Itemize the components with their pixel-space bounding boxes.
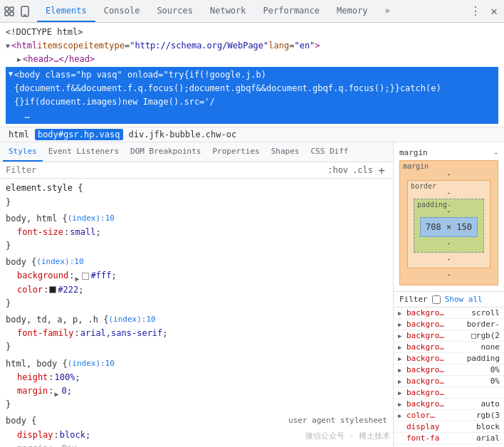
box-model-minus: - [493, 148, 498, 157]
box-model-title: margin - [399, 148, 498, 157]
tab-elements[interactable]: Elements [37, 0, 95, 22]
tab-more[interactable]: » [376, 0, 398, 22]
rule-source-1[interactable]: (index):10 [68, 212, 115, 226]
margin-top[interactable]: - [406, 169, 492, 179]
rule-body-td: body, td, a, p, .h { (index):10 font-fam… [0, 313, 393, 357]
box-border: border - padding- - 708 × 150 - - [407, 180, 490, 268]
prop-row-backgro-5: ▶ backgro… padding [394, 353, 504, 364]
expand-icon-10[interactable]: ▶ [398, 412, 404, 419]
svg-rect-0 [5, 7, 9, 11]
prop-row-backgro-8: ▶ backgro… [394, 387, 504, 399]
tab-sources[interactable]: Sources [148, 0, 201, 22]
filter-plus[interactable]: + [376, 164, 387, 176]
svg-rect-3 [10, 12, 14, 16]
rule-body-useragent: body { user agent stylesheet display: bl… [0, 414, 393, 447]
show-all-checkbox[interactable] [432, 295, 441, 304]
bg-expand-icon[interactable]: ▶ [75, 273, 80, 279]
height-prop: height: 100%; [6, 371, 387, 384]
body-line[interactable]: ▼ <body class="hp vasq" onload="try{if(!… [6, 67, 498, 125]
expand-icon-1[interactable]: ▶ [398, 310, 404, 317]
html-lang-attr: lang [268, 39, 289, 53]
close-devtools-icon[interactable]: ✕ [487, 4, 501, 19]
expand-icon-8[interactable]: ▶ [398, 389, 404, 396]
prop-row-backgro-3: ▶ backgro… □rgb(2 [394, 330, 504, 342]
svg-rect-2 [5, 12, 9, 16]
body-html-selector: body, html { [6, 212, 68, 226]
devtools-toolbar: Elements Console Sources Network Perform… [0, 0, 504, 23]
expand-body-arrow[interactable]: ▼ [9, 68, 13, 80]
breadcrumb-html[interactable]: html [6, 129, 32, 140]
mobile-icon[interactable] [19, 5, 31, 18]
breadcrumb-body[interactable]: body#gsr.hp.vasq [35, 129, 123, 140]
prop-row-backgro-6: ▶ backgro… 0% [394, 364, 504, 376]
html-tag-line[interactable]: <html itemscope itemtype="http://schema.… [6, 39, 498, 53]
more-options-icon[interactable]: ⋮ [468, 4, 483, 19]
doctype-text: <!DOCTYPE html> [6, 26, 83, 39]
filter-hov[interactable]: :hov [327, 165, 348, 175]
expand-icon-4[interactable]: ▶ [398, 344, 404, 351]
html-open-tag: <html [11, 39, 37, 53]
head-line[interactable]: <head>…</head> [6, 53, 498, 66]
margin-ua-prop: margin: ▶ 8px; [6, 442, 387, 447]
box-padding: padding- - 708 × 150 - [414, 199, 484, 253]
font-family-prop: font-family: arial,sans-serif; [6, 327, 387, 340]
padding-bottom[interactable]: - [419, 238, 479, 248]
close-brace-1: } [6, 239, 387, 253]
html-itemscope-attr: itemscope [37, 39, 83, 53]
filter-placeholder: Filter [6, 165, 327, 175]
show-all-label[interactable]: Show all [445, 295, 483, 304]
html-close-bracket: > [315, 39, 320, 53]
expand-icon-2[interactable]: ▶ [398, 321, 404, 328]
html-itemtype-attr: itemtype [83, 39, 125, 53]
tab-styles[interactable]: Styles [3, 142, 43, 162]
rule-html-body: html, body { (index):10 height: 100%; ma… [0, 357, 393, 415]
expand-html-arrow[interactable] [6, 39, 10, 53]
doctype-line: <!DOCTYPE html> [6, 26, 498, 39]
bg-color-swatch[interactable] [82, 273, 89, 280]
rule-source-4[interactable]: (index):10 [68, 357, 115, 371]
prop-row-backgro-9: ▶ backgro… auto [394, 399, 504, 410]
box-model-container: margin - margin - border - padding- - [394, 142, 504, 292]
color-swatch[interactable] [49, 286, 56, 293]
border-label: border [411, 182, 436, 190]
element-style-close: } [6, 196, 387, 209]
box-model-margin-label: margin [399, 148, 428, 157]
padding-label: padding- [417, 201, 451, 209]
toolbar-icons [3, 5, 31, 18]
box-content[interactable]: 708 × 150 [420, 217, 478, 237]
tab-console[interactable]: Console [95, 0, 149, 22]
cursor-icon[interactable] [3, 5, 16, 18]
bg-value: #fff [90, 269, 111, 283]
expand-icon-9[interactable]: ▶ [398, 401, 404, 408]
expand-head-arrow[interactable] [17, 53, 21, 66]
tab-event-listeners[interactable]: Event Listeners [43, 142, 125, 162]
expand-icon-7[interactable]: ▶ [398, 378, 404, 385]
properties-filter: Filter Show all [394, 292, 504, 307]
breadcrumb-div[interactable]: div.jfk-bubble.chw-oc [126, 129, 240, 140]
tab-network[interactable]: Network [201, 0, 255, 22]
tab-properties[interactable]: Properties [206, 142, 265, 162]
margin-expand-icon[interactable]: ▶ [55, 389, 61, 394]
tab-dom-breakpoints[interactable]: DOM Breakpoints [125, 142, 206, 162]
tab-memory[interactable]: Memory [328, 0, 376, 22]
margin-bottom[interactable]: - [406, 270, 492, 279]
rule-source-2[interactable]: (index):10 [36, 256, 83, 269]
rule-element-style: element.style { } [0, 182, 393, 211]
expand-icon-3[interactable]: ▶ [398, 332, 404, 340]
tab-performance[interactable]: Performance [255, 0, 328, 22]
body-ua-selector: body { [6, 414, 36, 428]
tab-css-diff[interactable]: CSS Diff [305, 142, 354, 162]
html-itemtype-val: "http://schema.org/WebPage" [130, 39, 268, 53]
prop-row-display: ▶ display block [394, 421, 504, 433]
expand-icon-6[interactable]: ▶ [398, 367, 404, 374]
box-model: margin - border - padding- - 708 × 150 [399, 160, 498, 285]
filter-cls[interactable]: .cls [352, 165, 373, 175]
expand-icon-5[interactable]: ▶ [398, 355, 404, 362]
color-prop: color: #222; [6, 283, 387, 297]
border-bottom[interactable]: - [412, 254, 485, 263]
rule-body-html-1: body, html { (index):10 font-size: small… [0, 212, 393, 256]
tab-shapes[interactable]: Shapes [266, 142, 305, 162]
rule-source-3[interactable]: (index):10 [109, 313, 156, 327]
display-prop: display: block; [6, 428, 387, 442]
html-tree: <!DOCTYPE html> <html itemscope itemtype… [0, 23, 504, 127]
